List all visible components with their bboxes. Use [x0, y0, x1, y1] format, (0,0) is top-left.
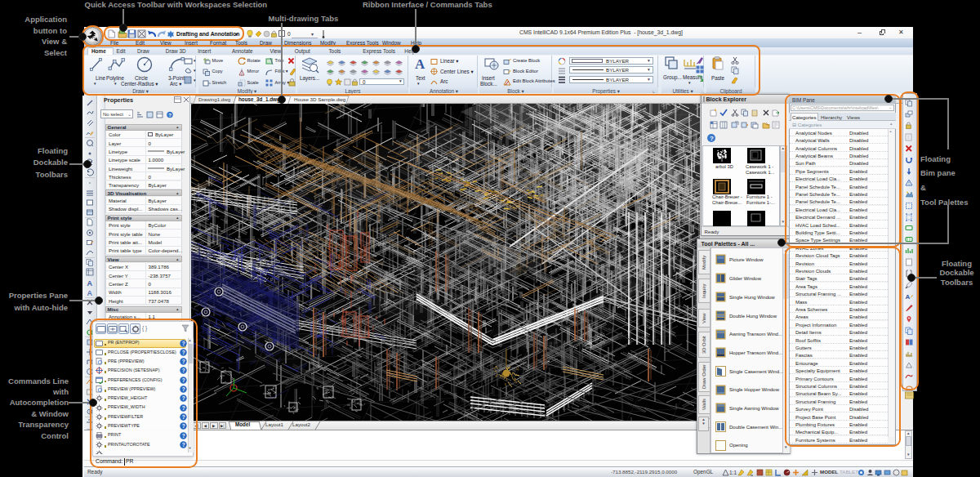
svg-text:A: A [87, 288, 93, 296]
svg-text:1:1: 1:1 [729, 470, 737, 475]
svg-text:?: ? [710, 135, 714, 142]
svg-text:?: ? [168, 113, 172, 118]
svg-text:A: A [87, 279, 93, 287]
